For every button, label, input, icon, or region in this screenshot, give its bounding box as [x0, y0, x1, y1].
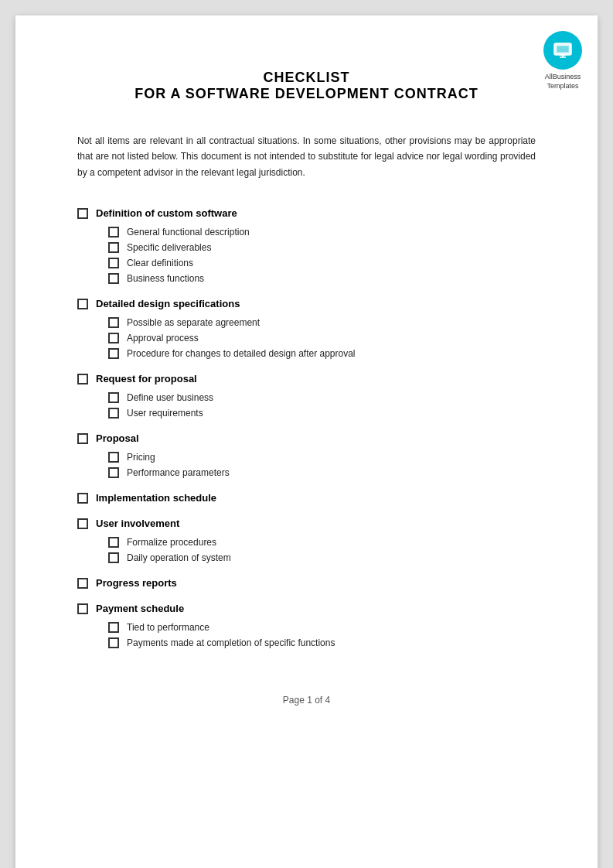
sub-item-label: Possible as separate agreement: [127, 317, 260, 328]
sub-items-5: Formalize proceduresDaily operation of s…: [108, 537, 536, 563]
sub-item-label: Payments made at completion of specific …: [127, 637, 335, 648]
sub-checkbox-2-0[interactable]: [108, 392, 119, 403]
section-checkbox-6[interactable]: [77, 578, 88, 589]
checklist-section-5: User involvementFormalize proceduresDail…: [77, 518, 536, 563]
section-header-3: Proposal: [77, 432, 536, 444]
checklist-section-7: Payment scheduleTied to performancePayme…: [77, 603, 536, 648]
section-label-2: Request for proposal: [96, 373, 197, 384]
sub-checkbox-5-0[interactable]: [108, 537, 119, 548]
sub-item-label: General functional description: [127, 227, 250, 238]
sub-checkbox-7-0[interactable]: [108, 622, 119, 633]
checklist-section-0: Definition of custom softwareGeneral fun…: [77, 207, 536, 284]
section-label-7: Payment schedule: [96, 603, 184, 614]
section-checkbox-2[interactable]: [77, 374, 88, 384]
document-title: CHECKLIST FOR A SOFTWARE DEVELOPMENT CON…: [77, 70, 536, 102]
logo-subtext: Templates: [547, 82, 578, 91]
sub-item-label: Clear definitions: [127, 258, 193, 268]
sub-items-2: Define user businessUser requirements: [108, 392, 536, 419]
sub-checkbox-0-2[interactable]: [108, 258, 119, 268]
sub-item-label: Performance parameters: [127, 467, 230, 478]
logo-area: AllBusiness Templates: [543, 31, 582, 91]
section-checkbox-3[interactable]: [77, 433, 88, 444]
title-line2: FOR A SOFTWARE DEVELOPMENT CONTRACT: [77, 86, 536, 102]
sub-checkbox-3-1[interactable]: [108, 467, 119, 478]
sub-item: General functional description: [108, 227, 536, 238]
intro-paragraph: Not all items are relevant in all contra…: [77, 133, 536, 180]
section-label-5: User involvement: [96, 518, 179, 529]
sub-item-label: Business functions: [127, 273, 204, 284]
checklist-section-6: Progress reports: [77, 577, 536, 589]
sub-item-label: Procedure for changes to detailed design…: [127, 348, 356, 359]
sub-item-label: Pricing: [127, 452, 155, 463]
sub-item: Clear definitions: [108, 258, 536, 268]
sub-item: Business functions: [108, 273, 536, 284]
sub-checkbox-1-0[interactable]: [108, 317, 119, 328]
checklist-section-3: ProposalPricingPerformance parameters: [77, 432, 536, 478]
section-header-2: Request for proposal: [77, 373, 536, 384]
sub-checkbox-7-1[interactable]: [108, 637, 119, 648]
sub-item: Specific deliverables: [108, 242, 536, 253]
sub-item: Possible as separate agreement: [108, 317, 536, 328]
section-checkbox-5[interactable]: [77, 518, 88, 529]
sub-checkbox-2-1[interactable]: [108, 408, 119, 419]
sub-item: Payments made at completion of specific …: [108, 637, 536, 648]
sub-checkbox-0-3[interactable]: [108, 273, 119, 284]
sub-checkbox-0-0[interactable]: [108, 227, 119, 238]
section-label-3: Proposal: [96, 432, 139, 444]
section-label-0: Definition of custom software: [96, 207, 237, 219]
checklist-container: Definition of custom softwareGeneral fun…: [77, 207, 536, 648]
sub-items-3: PricingPerformance parameters: [108, 452, 536, 478]
sub-item-label: Daily operation of system: [127, 552, 231, 563]
sub-checkbox-1-2[interactable]: [108, 348, 119, 359]
section-checkbox-0[interactable]: [77, 208, 88, 219]
sub-item: Define user business: [108, 392, 536, 403]
sub-checkbox-5-1[interactable]: [108, 552, 119, 563]
sub-item: Procedure for changes to detailed design…: [108, 348, 536, 359]
sub-item: Performance parameters: [108, 467, 536, 478]
sub-item: Formalize procedures: [108, 537, 536, 548]
sub-item-label: User requirements: [127, 408, 203, 419]
sub-checkbox-0-1[interactable]: [108, 242, 119, 253]
section-checkbox-1[interactable]: [77, 299, 88, 309]
section-label-6: Progress reports: [96, 577, 177, 589]
page-info: Page 1 of 4: [283, 695, 330, 706]
sub-checkbox-3-0[interactable]: [108, 452, 119, 463]
section-header-0: Definition of custom software: [77, 207, 536, 219]
sub-items-1: Possible as separate agreementApproval p…: [108, 317, 536, 359]
sub-item-label: Tied to performance: [127, 622, 209, 633]
section-header-6: Progress reports: [77, 577, 536, 589]
section-header-7: Payment schedule: [77, 603, 536, 614]
logo-circle: [543, 31, 582, 70]
title-line1: CHECKLIST: [77, 70, 536, 86]
sub-item-label: Approval process: [127, 333, 199, 343]
logo-text: AllBusiness: [545, 73, 581, 82]
section-checkbox-7[interactable]: [77, 603, 88, 614]
section-checkbox-4[interactable]: [77, 493, 88, 504]
checklist-section-1: Detailed design specificationsPossible a…: [77, 298, 536, 359]
section-header-5: User involvement: [77, 518, 536, 529]
sub-items-0: General functional descriptionSpecific d…: [108, 227, 536, 284]
sub-item-label: Specific deliverables: [127, 242, 211, 253]
sub-item: Approval process: [108, 333, 536, 343]
sub-item: Pricing: [108, 452, 536, 463]
sub-items-7: Tied to performancePayments made at comp…: [108, 622, 536, 648]
sub-item-label: Formalize procedures: [127, 537, 216, 548]
section-header-1: Detailed design specifications: [77, 298, 536, 309]
sub-checkbox-1-1[interactable]: [108, 333, 119, 343]
sub-item-label: Define user business: [127, 392, 213, 403]
checklist-section-4: Implementation schedule: [77, 492, 536, 504]
section-header-4: Implementation schedule: [77, 492, 536, 504]
section-label-1: Detailed design specifications: [96, 298, 240, 309]
document-page: AllBusiness Templates CHECKLIST FOR A SO…: [15, 15, 598, 868]
checklist-section-2: Request for proposalDefine user business…: [77, 373, 536, 419]
svg-rect-5: [557, 46, 569, 53]
section-label-4: Implementation schedule: [96, 492, 216, 504]
sub-item: User requirements: [108, 408, 536, 419]
sub-item: Tied to performance: [108, 622, 536, 633]
page-footer: Page 1 of 4: [77, 695, 536, 706]
sub-item: Daily operation of system: [108, 552, 536, 563]
